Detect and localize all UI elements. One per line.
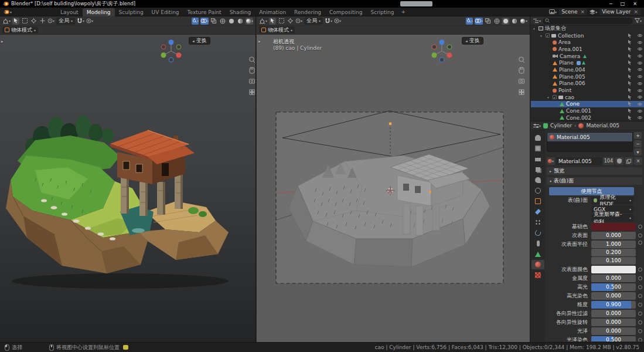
value-slider[interactable]: 0.500 bbox=[591, 336, 636, 341]
outliner-row[interactable]: ▾ Area.001 bbox=[531, 46, 644, 53]
editor-type-icon[interactable]: ▾ bbox=[259, 18, 267, 25]
visibility-eye-icon[interactable] bbox=[636, 95, 644, 99]
number-field[interactable]: 0.100 bbox=[591, 257, 636, 265]
sidebar-tab-transform[interactable]: ◀变换 bbox=[189, 37, 210, 45]
properties-tab-render[interactable] bbox=[531, 144, 544, 153]
visibility-eye-icon[interactable] bbox=[636, 61, 644, 65]
panel-preview[interactable]: ▸预览 bbox=[547, 167, 642, 175]
outliner-editor-icon[interactable]: ▾ bbox=[533, 17, 541, 24]
workspace-tab[interactable]: Sculpting bbox=[115, 8, 148, 16]
value-slider[interactable]: 0.900 bbox=[591, 301, 636, 309]
outliner-row[interactable]: ▾ Plane.004 bbox=[531, 66, 644, 73]
value-slider[interactable]: 0.000 bbox=[591, 319, 636, 326]
properties-tab-object-data[interactable] bbox=[531, 249, 544, 259]
selectable-toggle-icon[interactable] bbox=[626, 116, 634, 120]
users-count-badge[interactable]: 104 bbox=[603, 157, 614, 165]
properties-tab-physics[interactable] bbox=[531, 228, 544, 238]
workspace-tab[interactable]: Animation bbox=[255, 8, 290, 16]
outliner-row[interactable]: ▾ Collection bbox=[531, 32, 644, 39]
selectable-toggle-icon[interactable] bbox=[626, 33, 634, 38]
snap-magnet-icon[interactable]: ▾ bbox=[325, 18, 332, 25]
expand-caret[interactable]: ▾ bbox=[533, 27, 537, 31]
properties-tab-scene[interactable] bbox=[531, 175, 544, 185]
surface-shader-dropdown[interactable]: 原理化BSDF▾ bbox=[591, 197, 633, 204]
close-button[interactable]: × bbox=[633, 1, 637, 6]
properties-tab-modifiers[interactable] bbox=[531, 207, 544, 216]
maximize-button[interactable]: □ bbox=[621, 1, 625, 6]
unlink-material-icon[interactable]: × bbox=[634, 157, 642, 165]
outliner-row[interactable]: ▾ cao bbox=[531, 94, 644, 101]
shading-wireframe-icon[interactable] bbox=[219, 18, 226, 25]
value-slider[interactable]: 0.000 bbox=[591, 327, 636, 335]
properties-tab-view-layer[interactable] bbox=[531, 165, 544, 174]
material-name-field[interactable]: Material.005 bbox=[556, 157, 602, 165]
editor-type-icon[interactable]: ▾ bbox=[2, 18, 11, 25]
show-overlays-icon[interactable]: ▾ bbox=[200, 18, 209, 25]
workspace-tab[interactable]: Shading bbox=[226, 8, 255, 16]
visibility-eye-icon[interactable] bbox=[636, 89, 644, 93]
shading-solid-icon[interactable] bbox=[228, 18, 235, 25]
scene-unlink-icon[interactable]: × bbox=[581, 9, 585, 15]
minimize-button[interactable]: ─ bbox=[609, 1, 612, 6]
selectable-toggle-icon[interactable] bbox=[626, 95, 634, 100]
toolbar-expand-arrow[interactable]: ▸ bbox=[258, 39, 261, 44]
workspace-tab[interactable]: Modeling bbox=[83, 8, 115, 16]
sidebar-tab-transform[interactable]: ◀变换 bbox=[462, 37, 483, 45]
collection-checkbox[interactable] bbox=[546, 33, 550, 38]
animate-dot[interactable] bbox=[638, 329, 642, 333]
visibility-eye-icon[interactable] bbox=[636, 102, 644, 106]
selectable-toggle-icon[interactable] bbox=[626, 109, 634, 113]
color-swatch[interactable] bbox=[591, 266, 636, 273]
navigation-gizmo[interactable] bbox=[429, 38, 455, 64]
transform-pivot-icon[interactable]: ▾ bbox=[47, 18, 54, 25]
scene-selector[interactable]: Scene × bbox=[559, 8, 587, 15]
shading-solid-icon[interactable] bbox=[502, 18, 509, 25]
selectable-toggle-icon[interactable] bbox=[626, 101, 634, 106]
outliner-row[interactable]: ▾ Plane.006 bbox=[531, 80, 644, 87]
cursor-tool-icon[interactable] bbox=[287, 18, 294, 25]
animate-dot[interactable] bbox=[638, 241, 642, 245]
workspace-tab[interactable]: Scripting bbox=[366, 8, 398, 16]
animate-dot[interactable] bbox=[638, 276, 642, 280]
selectable-toggle-icon[interactable] bbox=[626, 40, 634, 45]
number-field[interactable]: 0.200 bbox=[591, 249, 636, 256]
panel-surface[interactable]: ▾表(曲)面 bbox=[547, 177, 642, 185]
remove-slot-button[interactable]: − bbox=[634, 140, 642, 147]
collection-checkbox[interactable] bbox=[553, 95, 557, 99]
subsurface-method-dropdown[interactable]: 克里斯琴森-伯利▾ bbox=[591, 214, 633, 222]
outliner-row[interactable]: ▾ Area bbox=[531, 39, 644, 46]
animate-dot[interactable] bbox=[638, 268, 642, 272]
visibility-eye-icon[interactable] bbox=[636, 109, 644, 113]
select-box-icon[interactable] bbox=[278, 18, 285, 25]
value-slider[interactable]: 0.000 bbox=[591, 292, 636, 300]
selectable-toggle-icon[interactable] bbox=[626, 88, 634, 93]
mode-dropdown[interactable]: 物体模式▾ bbox=[2, 26, 38, 33]
show-gizmo-icon[interactable]: ▾ bbox=[192, 18, 199, 25]
slot-specials-button[interactable]: ▾ bbox=[634, 148, 642, 155]
selectable-toggle-icon[interactable] bbox=[626, 67, 634, 72]
animate-dot[interactable] bbox=[638, 312, 642, 316]
browse-material-icon[interactable]: ▾ bbox=[547, 157, 555, 165]
selectable-toggle-icon[interactable] bbox=[626, 47, 634, 52]
number-field-stack[interactable]: 1.0000.2000.100 bbox=[591, 241, 636, 265]
outliner-root-row[interactable]: ▾ 场景集合 bbox=[531, 25, 644, 32]
orientation-dropdown[interactable]: 全局▾ bbox=[56, 18, 75, 25]
properties-tab-material[interactable] bbox=[531, 260, 544, 269]
properties-tab-constraints[interactable] bbox=[531, 239, 544, 248]
properties-tab-tool[interactable] bbox=[531, 133, 544, 143]
workspace-tab[interactable]: Layout bbox=[56, 8, 83, 16]
shading-wireframe-icon[interactable] bbox=[493, 18, 500, 25]
selectable-toggle-icon[interactable] bbox=[626, 81, 634, 86]
tweak-tool-icon[interactable] bbox=[269, 18, 276, 25]
shading-material-icon[interactable] bbox=[237, 18, 244, 25]
scene-browse-icon[interactable]: ▾ bbox=[549, 8, 557, 15]
workspace-tab[interactable]: UV Editing bbox=[148, 8, 183, 16]
filter-icon[interactable]: ▾ bbox=[635, 17, 642, 24]
view-layer-browse-icon[interactable]: ▾ bbox=[590, 8, 597, 15]
navigation-gizmo[interactable] bbox=[158, 38, 184, 64]
animate-dot[interactable] bbox=[638, 338, 642, 341]
outliner-row[interactable]: ▾ Cone.001 bbox=[531, 107, 644, 114]
value-slider[interactable]: 0.000 bbox=[591, 232, 636, 239]
visibility-eye-icon[interactable] bbox=[636, 33, 644, 38]
number-field[interactable]: 1.000 bbox=[591, 241, 636, 248]
